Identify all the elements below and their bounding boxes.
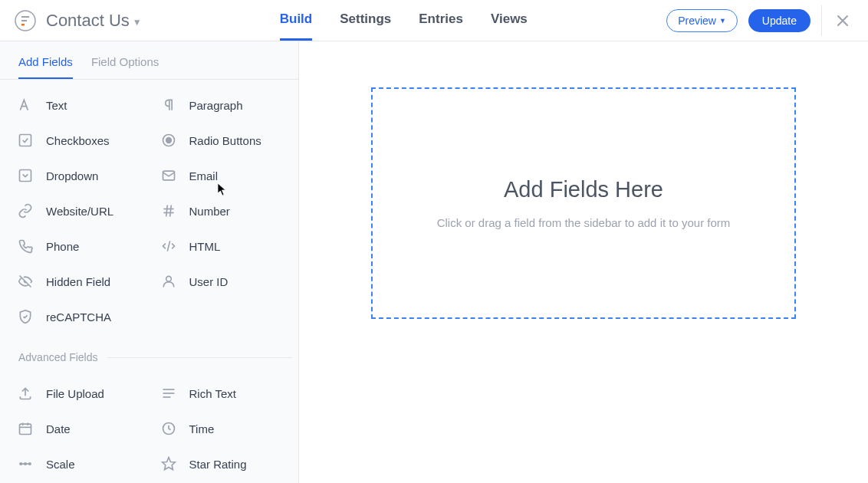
tab-views[interactable]: Views [491, 0, 528, 41]
divider [821, 5, 822, 36]
svg-rect-3 [21, 24, 25, 26]
sidebar-tab-add-fields[interactable]: Add Fields [18, 55, 73, 79]
field-checkboxes[interactable]: Checkboxes [6, 123, 150, 158]
field-user-id[interactable]: User ID [150, 264, 293, 299]
field-label: Scale [46, 458, 75, 471]
phone-icon [17, 238, 34, 255]
tab-build[interactable]: Build [280, 0, 313, 41]
field-label: Paragraph [189, 99, 243, 112]
sidebar: Add Fields Field Options TextParagraphCh… [0, 41, 299, 483]
field-label: Email [189, 169, 219, 182]
field-rich-text[interactable]: Rich Text [150, 376, 293, 411]
chevron-down-icon: ▼ [133, 17, 142, 28]
richtext-icon [160, 385, 177, 402]
form-canvas: Add Fields Here Click or drag a field fr… [299, 41, 868, 483]
field-file-upload[interactable]: File Upload [6, 376, 150, 411]
field-recaptcha[interactable]: reCAPTCHA [6, 299, 150, 334]
field-date[interactable]: Date [6, 411, 150, 446]
svg-rect-1 [21, 16, 29, 18]
close-button[interactable] [833, 11, 853, 31]
hidden-icon [17, 273, 34, 290]
dropzone[interactable]: Add Fields Here Click or drag a field fr… [371, 87, 796, 319]
checkbox-icon [17, 132, 34, 149]
form-title-dropdown[interactable]: Contact Us ▼ [46, 11, 142, 31]
field-label: Time [189, 422, 215, 435]
scale-icon [17, 455, 34, 472]
field-number[interactable]: Number [150, 193, 293, 228]
field-website-url[interactable]: Website/URL [6, 193, 150, 228]
field-paragraph[interactable]: Paragraph [150, 87, 293, 123]
field-radio-buttons[interactable]: Radio Buttons [150, 123, 293, 158]
radio-icon [160, 132, 177, 149]
svg-marker-28 [162, 458, 175, 470]
sidebar-tab-field-options[interactable]: Field Options [91, 55, 159, 79]
field-label: Text [46, 99, 67, 112]
field-html[interactable]: HTML [150, 228, 293, 264]
date-icon [17, 420, 34, 437]
field-label: User ID [189, 275, 229, 288]
svg-line-11 [166, 205, 167, 217]
advanced-fields-heading: Advanced Fields [0, 347, 298, 368]
dropzone-subtitle: Click or drag a field from the sidebar t… [437, 216, 731, 229]
field-label: Rich Text [189, 387, 236, 400]
dropdown-icon [17, 167, 34, 184]
caret-down-icon: ▼ [719, 17, 726, 25]
field-label: Phone [46, 240, 79, 253]
field-label: HTML [189, 240, 221, 253]
svg-line-13 [167, 241, 169, 251]
field-email[interactable]: Email [150, 158, 293, 193]
star-icon [160, 455, 177, 472]
dropzone-title: Add Fields Here [504, 177, 663, 202]
tab-entries[interactable]: Entries [419, 0, 463, 41]
user-icon [160, 273, 177, 290]
paragraph-icon [160, 97, 177, 113]
field-label: Star Rating [189, 458, 247, 471]
field-label: Checkboxes [46, 134, 110, 147]
field-scale[interactable]: Scale [6, 446, 150, 481]
field-text[interactable]: Text [6, 87, 150, 123]
field-phone[interactable]: Phone [6, 228, 150, 264]
time-icon [160, 420, 177, 437]
upload-icon [17, 385, 34, 402]
field-star-rating[interactable]: Star Rating [150, 446, 293, 481]
tab-settings[interactable]: Settings [340, 0, 391, 41]
app-logo [14, 9, 37, 32]
field-label: Dropdown [46, 169, 98, 182]
shield-icon [17, 308, 34, 325]
field-label: File Upload [46, 387, 104, 400]
field-label: Hidden Field [46, 275, 110, 288]
svg-point-14 [166, 276, 171, 281]
text-icon [17, 97, 34, 113]
svg-line-12 [169, 205, 171, 217]
field-label: Radio Buttons [189, 134, 261, 147]
field-label: Date [46, 422, 71, 435]
field-hidden-field[interactable]: Hidden Field [6, 264, 150, 299]
email-icon [160, 167, 177, 184]
link-icon [17, 202, 34, 219]
update-button[interactable]: Update [748, 9, 810, 32]
field-time[interactable]: Time [150, 411, 293, 446]
svg-point-6 [166, 138, 171, 143]
field-label: Website/URL [46, 205, 113, 218]
svg-rect-19 [20, 424, 31, 434]
svg-rect-4 [20, 135, 31, 146]
field-dropdown[interactable]: Dropdown [6, 158, 150, 193]
svg-rect-2 [21, 20, 27, 21]
field-label: Number [189, 205, 230, 218]
field-label: reCAPTCHA [46, 310, 111, 324]
svg-rect-7 [20, 170, 31, 182]
preview-button[interactable]: Preview▼ [666, 9, 738, 32]
hash-icon [160, 202, 177, 219]
html-icon [160, 238, 177, 255]
